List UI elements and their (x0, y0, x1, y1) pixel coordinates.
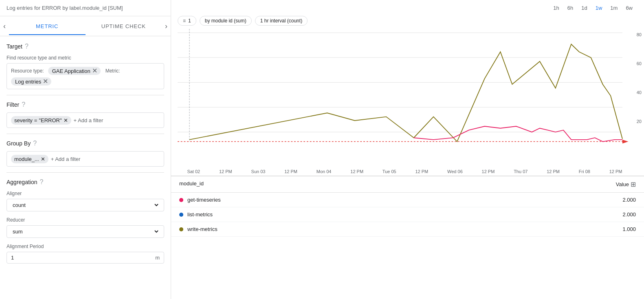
filter-pill-interval-label: 1 hr interval (count) (260, 18, 302, 24)
x-label-12pm-4: 12 PM (415, 169, 428, 174)
filter-op: = (34, 117, 37, 123)
dot-get-timeseries (179, 198, 183, 202)
top-bar: 1h 6h 1d 1w 1m 6w (171, 0, 644, 16)
divider-2 (7, 134, 164, 134)
x-label-12pm-7: 12 PM (609, 169, 622, 174)
value-get-timeseries: 2.000 (622, 197, 636, 203)
module-id-col-header: module_id (179, 180, 204, 188)
value-list-metrics: 2.000 (622, 211, 636, 218)
legend-row-get-timeseries: get-timeseries 2.000 (171, 193, 644, 207)
time-btn-1d[interactable]: 1d (578, 3, 590, 13)
panel-title: Log entries for ERROR by label.module_id… (0, 0, 171, 16)
resource-type-chip[interactable]: GAE Application ✕ (48, 67, 101, 75)
resource-type-label: Resource type: (11, 68, 44, 74)
group-by-add-button[interactable]: + Add a filter (51, 156, 81, 162)
svg-marker-6 (622, 140, 628, 143)
dot-list-metrics (179, 213, 183, 217)
filter-help-icon[interactable]: ? (22, 101, 25, 108)
filter-pill-module-label: by module id (sum) (205, 18, 246, 24)
filter-lines-icon: ≡ (183, 18, 186, 24)
aggregation-section-label: Aggregation ? (7, 178, 164, 186)
chart-svg (178, 29, 634, 151)
panel-content: Target ? Find resource type and metric R… (0, 36, 171, 299)
x-label-sat02: Sat 02 (187, 169, 200, 174)
label-write-metrics: write-metrics (187, 226, 218, 232)
y-label-20: 20 (637, 119, 642, 124)
x-label-12pm-6: 12 PM (547, 169, 560, 174)
filter-chip-row: severity = "ERROR" ✕ + Add a filter (7, 112, 164, 128)
value-write-metrics: 1.000 (622, 226, 636, 232)
legend-row-list-metrics: list-metrics 2.000 (171, 207, 644, 222)
x-label-mon04: Mon 04 (317, 169, 332, 174)
group-by-section-label: Group By ? (7, 140, 164, 147)
aligner-select[interactable]: count sum mean min max (11, 202, 160, 209)
reducer-select[interactable]: sum mean min max count (11, 228, 160, 235)
group-by-close-icon[interactable]: ✕ (41, 156, 45, 162)
group-by-chip-row: module_... ✕ + Add a filter (7, 151, 164, 167)
aligner-label: Aligner (7, 191, 164, 196)
resource-type-close-icon[interactable]: ✕ (92, 68, 97, 74)
time-btn-1h[interactable]: 1h (550, 3, 562, 13)
time-btn-6w[interactable]: 6w (622, 3, 636, 13)
group-by-chip[interactable]: module_... ✕ (11, 155, 48, 163)
grid-icon[interactable]: ⊞ (631, 180, 636, 188)
filter-add-button[interactable]: + Add a filter (74, 117, 103, 123)
x-label-12pm-3: 12 PM (350, 169, 363, 174)
x-label-12pm-1: 12 PM (219, 169, 232, 174)
time-btn-1w[interactable]: 1w (592, 3, 606, 13)
x-label-tue05: Tue 05 (382, 169, 396, 174)
time-btn-1m[interactable]: 1m (607, 3, 621, 13)
filter-pill-count[interactable]: ≡ 1 (178, 16, 196, 26)
divider-3 (7, 172, 164, 173)
alignment-period-input[interactable] (11, 255, 155, 261)
chart-filters: ≡ 1 by module id (sum) 1 hr interval (co… (171, 16, 644, 29)
x-axis-labels: Sat 02 12 PM Sun 03 12 PM Mon 04 12 PM T… (171, 167, 644, 176)
target-help-icon[interactable]: ? (25, 43, 29, 50)
tab-prev-button[interactable]: ‹ (0, 16, 9, 36)
reducer-label: Reducer (7, 217, 164, 223)
find-resource-label: Find resource type and metric (7, 55, 164, 61)
target-section-label: Target ? (7, 43, 164, 50)
filter-pill-module[interactable]: by module id (sum) (200, 16, 252, 26)
legend-header: module_id Value ⊞ (171, 176, 644, 193)
legend-row-write-metrics: write-metrics 1.000 (171, 222, 644, 237)
tab-metric[interactable]: METRIC (9, 18, 86, 35)
chart-container: 80 60 40 20 (171, 29, 644, 167)
tab-uptime-check[interactable]: UPTIME CHECK (86, 18, 162, 35)
filter-close-icon[interactable]: ✕ (64, 117, 68, 123)
filter-pill-count-label: 1 (188, 18, 191, 24)
filter-pill-interval[interactable]: 1 hr interval (count) (255, 16, 308, 26)
label-get-timeseries: get-timeseries (187, 197, 221, 203)
alignment-period-label: Alignment Period (7, 244, 164, 249)
x-label-wed06: Wed 06 (447, 169, 463, 174)
dot-write-metrics (179, 227, 183, 231)
x-label-fri08: Fri 08 (579, 169, 590, 174)
y-label-80: 80 (637, 32, 642, 37)
filter-value: "ERROR" (39, 117, 62, 123)
x-label-12pm-2: 12 PM (284, 169, 297, 174)
y-axis-labels: 80 60 40 20 (637, 29, 642, 151)
label-list-metrics: list-metrics (187, 211, 213, 218)
time-btn-6h[interactable]: 6h (564, 3, 576, 13)
reducer-select-row[interactable]: sum mean min max count (7, 225, 164, 238)
metric-chip[interactable]: Log entries ✕ (11, 77, 51, 86)
filter-section-label: Filter ? (7, 101, 164, 108)
metric-close-icon[interactable]: ✕ (43, 78, 48, 85)
y-label-60: 60 (637, 61, 642, 66)
filter-key: severity (14, 117, 33, 123)
filter-chip[interactable]: severity = "ERROR" ✕ (11, 116, 71, 125)
value-col-header: Value (616, 181, 629, 187)
value-col-header-area: Value ⊞ (616, 180, 636, 188)
y-label-40: 40 (637, 90, 642, 95)
metric-label: Metric: (106, 68, 120, 74)
aggregation-help-icon[interactable]: ? (40, 178, 44, 186)
alignment-period-input-row: m (7, 252, 164, 264)
group-by-help-icon[interactable]: ? (33, 140, 37, 147)
left-panel: Log entries for ERROR by label.module_id… (0, 0, 171, 299)
x-label-12pm-5: 12 PM (482, 169, 495, 174)
tab-next-button[interactable]: › (162, 16, 171, 36)
x-label-sun03: Sun 03 (251, 169, 266, 174)
right-panel: 1h 6h 1d 1w 1m 6w ≡ 1 by module id (sum)… (171, 0, 644, 299)
alignment-period-unit: m (155, 255, 160, 261)
aligner-select-row[interactable]: count sum mean min max (7, 199, 164, 211)
